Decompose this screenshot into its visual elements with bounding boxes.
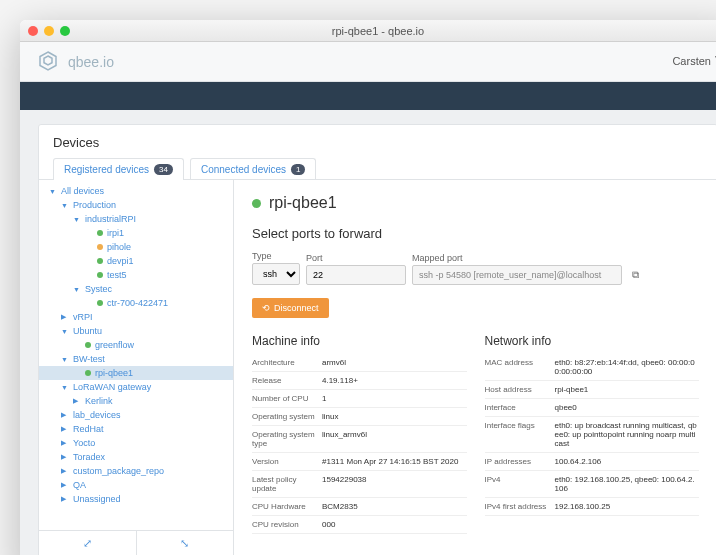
brand[interactable]: qbee.io: [36, 50, 114, 74]
tree-node-toradex[interactable]: ▶Toradex: [39, 450, 233, 464]
user-menu[interactable]: Carsten ˅: [672, 55, 716, 68]
machine-row: Operating system typelinux_armv6l: [252, 426, 467, 453]
collapse-tree-button[interactable]: ⤢: [39, 531, 137, 555]
ports-heading: Select ports to forward: [252, 226, 699, 241]
tab-registered-devices[interactable]: Registered devices34: [53, 158, 184, 180]
nav-strip: [20, 82, 716, 110]
machine-row: CPU HardwareBCM2835: [252, 498, 467, 516]
device-tree: ▼All devices▼Production▼industrialRPIirp…: [39, 180, 234, 555]
copy-icon[interactable]: ⧉: [628, 265, 643, 285]
device-detail: rpi-qbee1 Select ports to forward Type s…: [234, 180, 716, 555]
network-row: Host addressrpi-qbee1: [485, 381, 700, 399]
mapped-port-label: Mapped port: [412, 253, 622, 263]
port-label: Port: [306, 253, 406, 263]
status-dot-icon: [252, 199, 261, 208]
logo-icon: [36, 50, 60, 74]
tree-node-systec[interactable]: ▼Systec: [39, 282, 233, 296]
maximize-window-icon[interactable]: [60, 26, 70, 36]
tree-node-yocto[interactable]: ▶Yocto: [39, 436, 233, 450]
brand-text: qbee.io: [68, 54, 114, 70]
machine-row: Release4.19.118+: [252, 372, 467, 390]
tree-node-pihole[interactable]: pihole: [39, 240, 233, 254]
network-row: IPv4 first address192.168.100.25: [485, 498, 700, 516]
tree-node-unassigned[interactable]: ▶Unassigned: [39, 492, 233, 506]
machine-row: Version#1311 Mon Apr 27 14:16:15 BST 202…: [252, 453, 467, 471]
disconnect-button[interactable]: ⟲ Disconnect: [252, 298, 329, 318]
content-area: Devices Registered devices34Connected de…: [20, 110, 716, 555]
tree-node-ubuntu[interactable]: ▼Ubuntu: [39, 324, 233, 338]
expand-tree-button[interactable]: ⤡: [137, 531, 234, 555]
tree-node-all-devices[interactable]: ▼All devices: [39, 184, 233, 198]
tree-node-lab-devices[interactable]: ▶lab_devices: [39, 408, 233, 422]
tree-node-vrpi[interactable]: ▶vRPI: [39, 310, 233, 324]
machine-row: Architecturearmv6l: [252, 354, 467, 372]
panel-title: Devices: [39, 125, 716, 150]
tree-node-kerlink[interactable]: ▶Kerlink: [39, 394, 233, 408]
tree-node-rpi-qbee1[interactable]: rpi-qbee1: [39, 366, 233, 380]
tab-connected-devices[interactable]: Connected devices1: [190, 158, 317, 180]
mac-titlebar: rpi-qbee1 - qbee.io: [20, 20, 716, 42]
machine-info-heading: Machine info: [252, 334, 467, 348]
mapped-port-input[interactable]: [412, 265, 622, 285]
tree-node-devpi1[interactable]: devpi1: [39, 254, 233, 268]
network-row: IPv4eth0: 192.168.100.25, qbee0: 100.64.…: [485, 471, 700, 498]
network-row: IP addresses100.64.2.106: [485, 453, 700, 471]
network-row: MAC addresseth0: b8:27:eb:14:4f:dd, qbee…: [485, 354, 700, 381]
tree-node-redhat[interactable]: ▶RedHat: [39, 422, 233, 436]
machine-row: Operating systemlinux: [252, 408, 467, 426]
port-input[interactable]: [306, 265, 406, 285]
app-window: rpi-qbee1 - qbee.io qbee.io Carsten ˅ De…: [20, 20, 716, 555]
tree-node-ctr-700-422471[interactable]: ctr-700-422471: [39, 296, 233, 310]
network-row: Interface flagseth0: up broadcast runnin…: [485, 417, 700, 453]
device-name: rpi-qbee1: [269, 194, 337, 212]
tree-node-lorawan-gateway[interactable]: ▼LoRaWAN gateway: [39, 380, 233, 394]
network-row: Interfaceqbee0: [485, 399, 700, 417]
machine-row: Latest policy update1594229038: [252, 471, 467, 498]
tree-node-bw-test[interactable]: ▼BW-test: [39, 352, 233, 366]
tree-node-custom-package-repo[interactable]: ▶custom_package_repo: [39, 464, 233, 478]
close-window-icon[interactable]: [28, 26, 38, 36]
devices-panel: Devices Registered devices34Connected de…: [38, 124, 716, 555]
tree-node-industrialrpi[interactable]: ▼industrialRPI: [39, 212, 233, 226]
tree-node-irpi1[interactable]: irpi1: [39, 226, 233, 240]
top-bar: qbee.io Carsten ˅: [20, 42, 716, 82]
minimize-window-icon[interactable]: [44, 26, 54, 36]
window-title: rpi-qbee1 - qbee.io: [332, 25, 424, 37]
port-type-label: Type: [252, 251, 300, 261]
tree-node-greenflow[interactable]: greenflow: [39, 338, 233, 352]
machine-row: Number of CPU1: [252, 390, 467, 408]
tree-node-qa[interactable]: ▶QA: [39, 478, 233, 492]
refresh-icon: ⟲: [262, 303, 270, 313]
tree-node-production[interactable]: ▼Production: [39, 198, 233, 212]
machine-row: CPU revision000: [252, 516, 467, 534]
network-info-heading: Network info: [485, 334, 700, 348]
port-type-select[interactable]: ssh: [252, 263, 300, 285]
tree-node-test5[interactable]: test5: [39, 268, 233, 282]
device-tabs: Registered devices34Connected devices1: [39, 150, 716, 180]
